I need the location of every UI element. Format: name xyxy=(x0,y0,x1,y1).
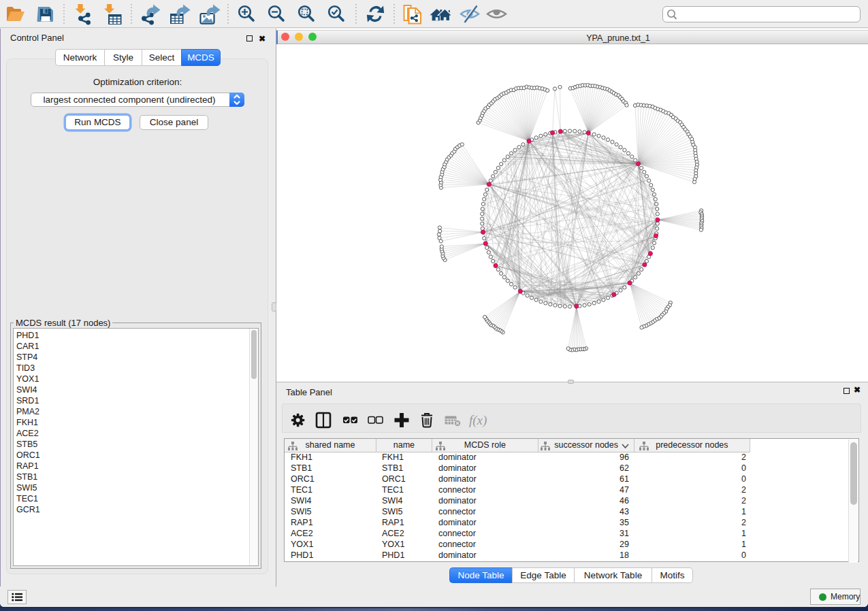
svg-text:f(x): f(x) xyxy=(469,413,487,428)
